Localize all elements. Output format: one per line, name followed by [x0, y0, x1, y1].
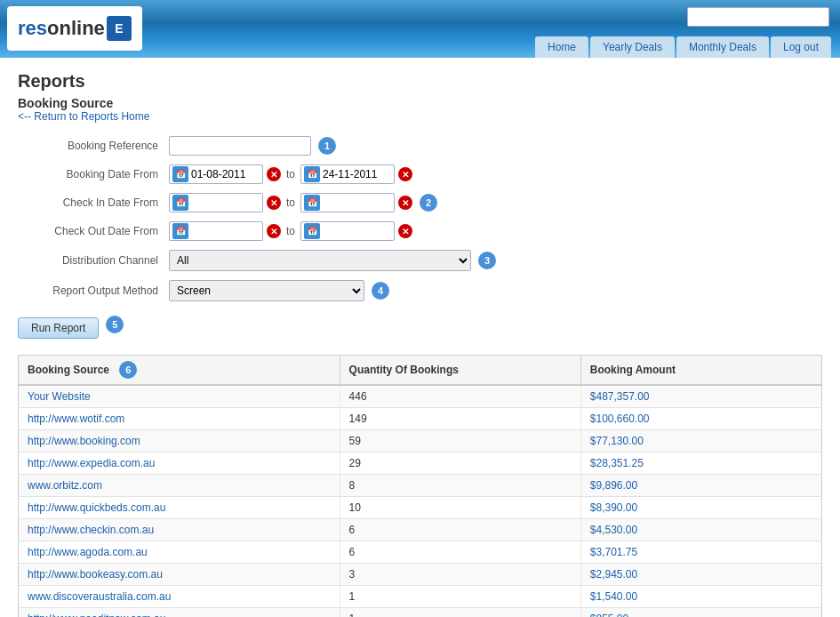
- nav-home-button[interactable]: Home: [535, 36, 588, 58]
- header: resonline E Home Yearly Deals Monthly De…: [0, 0, 840, 58]
- table-row: http://www.needitnow.com.au1$855.00: [19, 608, 822, 618]
- checkout-date-from-wrapper: 📅: [169, 221, 263, 241]
- nav-yearly-deals-button[interactable]: Yearly Deals: [590, 36, 675, 58]
- checkin-date-to-wrapper: 📅: [300, 193, 395, 212]
- checkin-date-label: Check In Date From: [18, 196, 169, 209]
- booking-date-field: 📅 ✕ to 📅 ✕: [169, 164, 822, 184]
- table-body: Your Website446$487,357.00http://www.wot…: [19, 385, 822, 617]
- top-search-input[interactable]: [687, 7, 829, 27]
- source-cell[interactable]: http://www.checkin.com.au: [19, 519, 340, 541]
- table-row: http://www.booking.com59$77,130.00: [19, 430, 822, 453]
- nav-monthly-deals-button[interactable]: Monthly Deals: [676, 36, 769, 58]
- checkin-date-from-wrapper: 📅: [169, 193, 263, 212]
- table-row: http://www.wotif.com149$100,660.00: [19, 408, 822, 430]
- calendar-icon-5[interactable]: 📅: [172, 223, 188, 239]
- source-cell[interactable]: http://www.needitnow.com.au: [19, 608, 340, 618]
- source-cell[interactable]: http://www.quickbeds.com.au: [19, 497, 340, 519]
- amount-cell: $3,701.75: [580, 541, 821, 564]
- booking-reference-field: 1: [169, 136, 822, 156]
- calendar-icon-6[interactable]: 📅: [304, 223, 320, 239]
- source-cell[interactable]: http://www.bookeasy.com.au: [19, 564, 340, 586]
- qty-cell: 3: [340, 564, 580, 586]
- run-report-button[interactable]: Run Report: [18, 317, 99, 339]
- booking-date-to-input[interactable]: [320, 168, 391, 180]
- run-report-row: Run Report 5: [18, 310, 822, 339]
- nav-logout-button[interactable]: Log out: [771, 36, 831, 58]
- report-output-label: Report Output Method: [18, 284, 169, 297]
- checkin-date-row: Check In Date From 📅 ✕ to 📅 ✕ 2: [18, 193, 822, 212]
- source-cell[interactable]: http://www.booking.com: [19, 430, 340, 453]
- booking-reference-input[interactable]: [169, 136, 311, 156]
- calendar-icon-4[interactable]: 📅: [304, 195, 320, 211]
- qty-cell: 8: [340, 475, 580, 497]
- calendar-icon-1[interactable]: 📅: [172, 166, 188, 182]
- amount-cell: $9,896.00: [580, 475, 821, 497]
- results-table: Booking Source 6 Quantity Of Bookings Bo…: [18, 355, 822, 617]
- table-row: www.orbitz.com8$9,896.00: [19, 475, 822, 497]
- distribution-channel-select[interactable]: All: [169, 250, 471, 271]
- clear-booking-date-from-btn[interactable]: ✕: [267, 167, 281, 181]
- annotation-2: 2: [420, 194, 437, 212]
- qty-cell: 59: [340, 430, 580, 453]
- clear-checkout-date-to-btn[interactable]: ✕: [398, 224, 412, 238]
- clear-checkout-date-from-btn[interactable]: ✕: [267, 224, 281, 238]
- table-row: http://www.bookeasy.com.au3$2,945.00: [19, 564, 822, 586]
- amount-cell: $4,530.00: [580, 519, 821, 541]
- annotation-4: 4: [372, 282, 389, 300]
- logo-res: res: [18, 17, 47, 39]
- checkout-date-to-input[interactable]: [320, 225, 391, 237]
- qty-cell: 149: [340, 408, 580, 430]
- source-cell[interactable]: http://www.agoda.com.au: [19, 541, 340, 564]
- checkout-date-to-wrapper: 📅: [300, 221, 395, 241]
- to-label-1: to: [281, 168, 300, 180]
- qty-cell: 6: [340, 519, 580, 541]
- table-row: http://www.checkin.com.au6$4,530.00: [19, 519, 822, 541]
- qty-cell: 1: [340, 608, 580, 618]
- report-output-field: Screen 4: [169, 280, 822, 301]
- table-row: http://www.quickbeds.com.au10$8,390.00: [19, 497, 822, 519]
- calendar-icon-3[interactable]: 📅: [172, 195, 188, 211]
- col-header-qty: Quantity Of Bookings: [340, 356, 580, 386]
- amount-cell: $100,660.00: [580, 408, 821, 430]
- checkin-date-to-input[interactable]: [320, 196, 391, 209]
- col-header-source: Booking Source 6: [19, 356, 340, 386]
- clear-checkin-date-to-btn[interactable]: ✕: [398, 196, 412, 210]
- amount-cell: $77,130.00: [580, 430, 821, 453]
- to-label-3: to: [281, 225, 300, 237]
- booking-date-from-input[interactable]: [188, 168, 260, 180]
- report-output-row: Report Output Method Screen 4: [18, 280, 822, 301]
- back-link[interactable]: <-- Return to Reports Home: [18, 110, 149, 123]
- checkout-date-row: Check Out Date From 📅 ✕ to 📅 ✕: [18, 221, 822, 241]
- report-output-select[interactable]: Screen: [169, 280, 364, 301]
- table-row: http://www.expedia.com.au29$28,351.25: [19, 453, 822, 475]
- amount-cell: $28,351.25: [580, 453, 821, 475]
- calendar-icon-2[interactable]: 📅: [304, 166, 320, 182]
- logo-online: online: [47, 17, 105, 39]
- qty-cell: 29: [340, 453, 580, 475]
- page-title: Reports: [18, 71, 822, 92]
- checkin-date-field: 📅 ✕ to 📅 ✕ 2: [169, 193, 822, 212]
- checkin-date-from-input[interactable]: [188, 196, 260, 209]
- table-row: www.discoveraustralia.com.au1$1,540.00: [19, 586, 822, 608]
- clear-checkin-date-from-btn[interactable]: ✕: [267, 196, 281, 210]
- source-cell[interactable]: http://www.wotif.com: [19, 408, 340, 430]
- source-cell[interactable]: http://www.expedia.com.au: [19, 453, 340, 475]
- checkout-date-from-input[interactable]: [188, 225, 260, 237]
- amount-cell: $855.00: [580, 608, 821, 618]
- qty-cell: 1: [340, 586, 580, 608]
- amount-cell: $2,945.00: [580, 564, 821, 586]
- annotation-1: 1: [318, 137, 336, 155]
- report-form: Booking Reference 1 Booking Date From 📅 …: [18, 136, 822, 339]
- distribution-channel-field: All 3: [169, 250, 822, 271]
- to-label-2: to: [281, 196, 300, 209]
- annotation-6: 6: [119, 361, 137, 379]
- annotation-3: 3: [478, 252, 496, 269]
- clear-booking-date-to-btn[interactable]: ✕: [398, 167, 412, 181]
- table-row: Your Website446$487,357.00: [19, 385, 822, 408]
- logo-text: resonline: [18, 17, 105, 40]
- source-cell[interactable]: www.discoveraustralia.com.au: [19, 586, 340, 608]
- source-cell[interactable]: www.orbitz.com: [19, 475, 340, 497]
- booking-date-from-row: Booking Date From 📅 ✕ to 📅 ✕: [18, 164, 822, 184]
- qty-cell: 10: [340, 497, 580, 519]
- nav-buttons: Home Yearly Deals Monthly Deals Log out: [535, 36, 840, 58]
